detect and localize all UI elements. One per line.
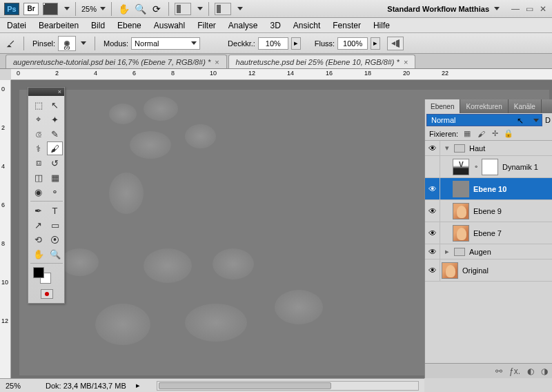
visibility-toggle[interactable]: 👁 <box>425 259 440 281</box>
status-doc-size[interactable]: Dok: 23,4 MB/143,7 MB <box>46 382 126 390</box>
chevron-down-icon[interactable] <box>64 7 70 10</box>
menu-auswahl[interactable]: Auswahl <box>154 21 185 30</box>
layer-row[interactable]: 👁Original <box>425 259 552 282</box>
blend-mode-dropdown[interactable]: Normal <box>131 37 200 50</box>
menu-ebene[interactable]: Ebene <box>117 21 141 30</box>
menu-ansicht[interactable]: Ansicht <box>293 21 320 30</box>
lock-all-icon[interactable]: 🔒 <box>504 129 513 139</box>
blur-tool[interactable]: ◉ <box>30 185 46 199</box>
history-brush-tool[interactable]: ↺ <box>47 156 63 170</box>
layer-row[interactable]: ⚬Dynamik 1 <box>425 156 552 178</box>
foreground-color[interactable] <box>33 267 44 278</box>
layer-row[interactable]: 👁Ebene 7 <box>425 222 552 244</box>
quick-mask-toggle[interactable] <box>30 287 63 301</box>
maximize-button[interactable]: ▭ <box>524 4 534 14</box>
document-tab[interactable]: hautretusche.psd bei 25% (Ebene 10, RGB/… <box>228 55 416 68</box>
close-button[interactable]: ✕ <box>538 4 548 14</box>
airbrush-toggle[interactable] <box>387 37 404 50</box>
layer-name[interactable]: Dynamik 1 <box>502 163 538 171</box>
tab-kanaele[interactable]: Kanäle <box>509 99 542 113</box>
horizontal-ruler[interactable]: 0246810121416182022 <box>11 69 552 80</box>
vertical-ruler[interactable]: 024681012 <box>0 80 11 378</box>
mask-thumbnail[interactable] <box>482 159 498 175</box>
visibility-toggle[interactable]: 👁 <box>425 200 440 222</box>
expand-toggle[interactable]: ▸ <box>440 247 454 256</box>
menu-fenster[interactable]: Fenster <box>333 21 361 30</box>
crop-tool[interactable]: ⟃ <box>30 127 46 141</box>
layer-blend-mode-dropdown[interactable]: Normal ↖ <box>426 114 542 126</box>
minibridge-icon[interactable] <box>43 3 58 15</box>
mask-icon[interactable]: ◐ <box>527 366 534 376</box>
shape-tool[interactable]: ▭ <box>47 218 63 232</box>
flow-input[interactable]: 100% <box>337 37 368 50</box>
fx-icon[interactable]: ƒx. <box>509 366 520 376</box>
expand-toggle[interactable]: ▾ <box>440 144 454 153</box>
3d-camera-tool[interactable]: ⦿ <box>47 233 63 246</box>
close-icon[interactable]: × <box>215 58 219 66</box>
minimize-button[interactable]: — <box>511 4 520 14</box>
opacity-input[interactable]: 10% <box>258 37 288 50</box>
layer-row[interactable]: 👁▸Augen <box>425 244 552 259</box>
lock-pixels-icon[interactable]: 🖌 <box>476 129 486 139</box>
dodge-tool[interactable]: ⚬ <box>47 185 63 199</box>
rotate-view-icon[interactable]: ⟳ <box>150 3 163 15</box>
status-zoom[interactable]: 25% <box>6 382 36 390</box>
workspace-switcher[interactable]: Standard Workflow Matthias <box>387 5 500 13</box>
document-tab[interactable]: augenretusche-tutorial.psd bei 16,7% (Eb… <box>6 55 227 68</box>
layer-thumbnail[interactable] <box>453 203 469 219</box>
visibility-toggle[interactable]: 👁 <box>425 222 440 244</box>
chevron-down-icon[interactable] <box>81 41 86 45</box>
lasso-tool[interactable]: ⌖ <box>30 112 46 126</box>
gradient-tool[interactable]: ▦ <box>47 170 63 184</box>
hand-tool-icon[interactable]: ✋ <box>117 3 130 15</box>
brush-preset-picker[interactable]: 69 <box>58 36 76 51</box>
visibility-toggle[interactable] <box>425 156 440 177</box>
visibility-toggle[interactable]: 👁 <box>425 178 440 199</box>
screen-mode-button[interactable] <box>175 3 191 15</box>
clone-tool[interactable]: ⧈ <box>30 156 46 170</box>
chevron-right-icon[interactable]: ▸ <box>136 381 140 390</box>
layer-thumbnail[interactable] <box>453 225 469 242</box>
horizontal-scrollbar[interactable] <box>157 381 419 391</box>
layer-thumbnail[interactable] <box>442 262 458 279</box>
layer-row[interactable]: 👁▾Haut <box>425 141 552 156</box>
hand-tool[interactable]: ✋ <box>30 247 46 261</box>
layer-thumbnail[interactable] <box>453 181 469 197</box>
arrange-docs-button[interactable] <box>215 3 231 15</box>
layer-name[interactable]: Ebene 10 <box>473 185 506 193</box>
menu-datei[interactable]: Datei <box>7 21 26 30</box>
visibility-toggle[interactable]: 👁 <box>425 244 440 259</box>
zoom-tool[interactable]: 🔍 <box>47 247 63 261</box>
layer-name[interactable]: Haut <box>469 144 485 153</box>
lock-position-icon[interactable]: ✢ <box>490 129 500 139</box>
menu-3d[interactable]: 3D <box>270 21 281 30</box>
link-icon[interactable]: ⚬ <box>473 163 480 170</box>
pen-tool[interactable]: ✒ <box>30 204 46 217</box>
move-tool[interactable]: ⬚ <box>30 98 46 112</box>
lock-transparency-icon[interactable]: ▦ <box>462 129 472 139</box>
chevron-down-icon[interactable] <box>237 7 243 10</box>
close-icon[interactable]: × <box>404 58 408 66</box>
menu-filter[interactable]: Filter <box>197 21 216 30</box>
healing-tool[interactable]: ⚕ <box>30 141 46 155</box>
close-icon[interactable]: × <box>58 88 61 95</box>
brush-tool[interactable]: 🖌 <box>47 141 63 155</box>
path-select-tool[interactable]: ↗ <box>30 218 46 232</box>
zoom-level-dropdown[interactable]: 25% <box>81 5 106 13</box>
marquee-tool[interactable]: ↖ <box>47 98 63 112</box>
link-layers-icon[interactable]: ⚯ <box>495 366 502 376</box>
tab-korrekturen[interactable]: Korrekturen <box>460 99 508 113</box>
menu-bearbeiten[interactable]: Bearbeiten <box>39 21 79 30</box>
flow-slider-arrow[interactable]: ▸ <box>371 37 380 50</box>
layer-thumbnail[interactable] <box>453 159 469 175</box>
3d-tool[interactable]: ⟲ <box>30 233 46 246</box>
eraser-tool[interactable]: ◫ <box>30 170 46 184</box>
tab-ebenen[interactable]: Ebenen <box>425 99 460 113</box>
layer-name[interactable]: Augen <box>469 248 491 256</box>
layer-name[interactable]: Ebene 9 <box>473 207 502 215</box>
zoom-tool-icon[interactable]: 🔍 <box>134 3 146 15</box>
bridge-icon[interactable]: Br <box>23 3 39 15</box>
layer-name[interactable]: Ebene 7 <box>473 229 502 237</box>
eyedropper-tool[interactable]: ✎ <box>47 127 63 141</box>
menu-bild[interactable]: Bild <box>91 21 105 30</box>
